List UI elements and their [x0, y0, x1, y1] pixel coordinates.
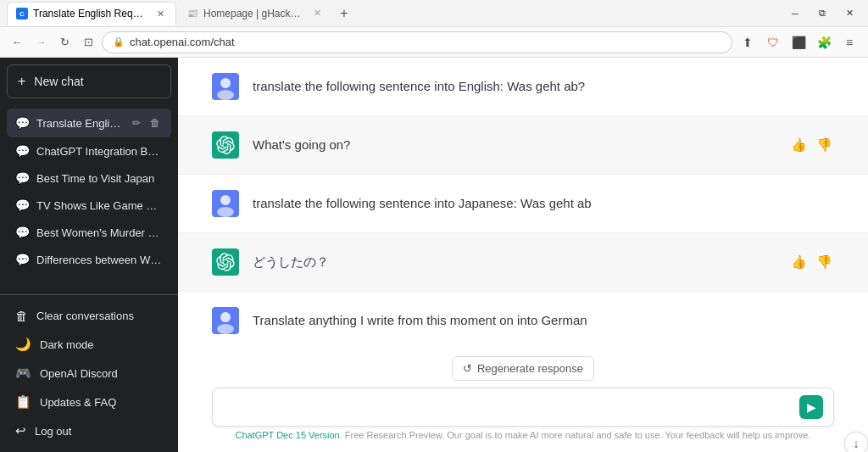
svg-point-6 [220, 195, 231, 205]
sidebar-conv-item[interactable]: 💬 ChatGPT Integration Benefits [7, 137, 171, 165]
new-chat-label: New chat [34, 75, 83, 88]
svg-point-3 [220, 78, 231, 88]
tab-bar: C Translate English Request ✕ 📰 Homepage… [7, 0, 780, 26]
send-button[interactable]: ▶ [799, 395, 823, 419]
thumbs-up-button[interactable]: 👍 [788, 252, 809, 272]
footer-text: ChatGPT Dec 15 Version. Free Research Pr… [212, 427, 834, 442]
tab-favicon-1: C [16, 8, 28, 20]
address-text: chat.openai.com/chat [130, 36, 235, 48]
sidebar: + New chat 💬 Translate English Reque ✏ 🗑… [0, 58, 178, 452]
sidebar-conv-item[interactable]: 💬 Best Women's Murder Club [7, 219, 171, 246]
sidebar-conv-item[interactable]: 💬 TV Shows Like Game Of Thron [7, 192, 171, 219]
message-row: Translate anything I write from this mom… [178, 292, 868, 349]
lock-icon: 🔒 [113, 36, 125, 47]
chat-bubble-icon: 💬 [15, 253, 30, 266]
chat-bubble-icon: 💬 [15, 198, 30, 212]
address-bar-row: ← → ↻ ⊡ 🔒 chat.openai.com/chat ⬆ 🛡 ⬛ 🧩 ≡ [0, 27, 868, 58]
message-row: translate the following sentence into En… [178, 58, 868, 116]
chat-bubble-icon: 💬 [15, 226, 30, 239]
sidebar-bottom-item-b3[interactable]: 🎮 OpenAI Discord [7, 359, 171, 388]
svg-point-4 [217, 90, 234, 100]
conv-item-text: Best Women's Murder Club [36, 226, 163, 239]
sidebar-conv-item[interactable]: 💬 Translate English Reque ✏ 🗑 [7, 109, 171, 137]
extensions-icon[interactable]: 🧩 [812, 31, 836, 54]
minimize-button[interactable]: ─ [783, 4, 807, 23]
sidebar-bottom-icon: 🌙 [15, 337, 31, 352]
new-chat-button[interactable]: + New chat [7, 64, 171, 98]
close-button[interactable]: ✕ [837, 4, 861, 23]
sidebar-top: + New chat [0, 58, 178, 105]
regenerate-label: Regenerate response [477, 362, 583, 375]
message-content: translate the following sentence into Ja… [253, 190, 834, 214]
conv-item-text: TV Shows Like Game Of Thron [36, 199, 163, 212]
reload-button[interactable]: ↻ [54, 32, 75, 53]
sidebar-bottom-item-b4[interactable]: 📋 Updates & FAQ [7, 388, 171, 416]
sidebar-bottom-item-b2[interactable]: 🌙 Dark mode [7, 330, 171, 359]
sidebar-bottom-item-b5[interactable]: ↩ Log out [7, 416, 171, 445]
address-input[interactable]: 🔒 chat.openai.com/chat [102, 31, 732, 53]
message-actions: 👍 👎 [788, 131, 834, 155]
thumbs-down-button[interactable]: 👎 [814, 252, 834, 272]
chat-input[interactable] [223, 399, 793, 415]
delete-conv-icon[interactable]: 🗑 [147, 115, 163, 131]
back-button[interactable]: ← [7, 32, 27, 53]
regenerate-button[interactable]: ↺ Regenerate response [452, 356, 594, 381]
gpt-avatar [212, 131, 239, 159]
message-row: translate the following sentence into Ja… [178, 175, 868, 233]
window-controls: ─ ⧉ ✕ [783, 4, 861, 23]
message-content: Translate anything I write from this mom… [253, 307, 834, 331]
message-row: どうしたの？ 👍 👎 [178, 233, 868, 292]
svg-text:C: C [19, 10, 25, 18]
regenerate-row: ↺ Regenerate response ↓ [212, 356, 834, 381]
conv-item-text: ChatGPT Integration Benefits [36, 145, 163, 158]
scroll-to-bottom-button[interactable]: ↓ [844, 432, 868, 452]
sidebar-bottom-icon: 🗑 [15, 309, 28, 323]
tab-translate-english[interactable]: C Translate English Request ✕ [7, 2, 176, 25]
regenerate-icon: ↺ [463, 362, 472, 375]
tab-ghacks[interactable]: 📰 Homepage | gHacks Technology News ✕ [178, 2, 332, 25]
menu-icon[interactable]: ≡ [837, 31, 861, 54]
maximize-button[interactable]: ⧉ [810, 4, 834, 23]
sidebar-bottom: 🗑 Clear conversations 🌙 Dark mode 🎮 Open… [0, 294, 178, 452]
svg-point-7 [217, 207, 234, 217]
chat-bubble-icon: 💬 [15, 144, 30, 158]
sidebar-conv-item[interactable]: 💬 Best Time to Visit Japan [7, 165, 171, 192]
sidebar-bottom-item-b1[interactable]: 🗑 Clear conversations [7, 302, 171, 330]
message-content: どうしたの？ [253, 248, 775, 272]
sidebar-bottom-label: Dark mode [40, 338, 94, 351]
forward-button[interactable]: → [31, 32, 51, 53]
edit-conv-icon[interactable]: ✏ [129, 115, 144, 131]
sidebar-conversations: 💬 Translate English Reque ✏ 🗑 💬 ChatGPT … [0, 105, 178, 294]
share-icon[interactable]: ⬆ [736, 31, 760, 54]
tab-2-label: Homepage | gHacks Technology News [203, 8, 305, 20]
chat-bottom: ↺ Regenerate response ↓ ▶ ChatGPT Dec 15… [178, 349, 868, 452]
sidebar-bottom-icon: ↩ [15, 423, 26, 438]
sidebar-toggle-icon[interactable]: ⬛ [787, 31, 810, 54]
chat-bubble-icon: 💬 [15, 171, 30, 185]
tab-favicon-2: 📰 [186, 8, 198, 20]
message-content: What's going on? [253, 131, 775, 155]
thumbs-down-button[interactable]: 👎 [814, 135, 834, 155]
chat-bubble-icon: 💬 [15, 116, 30, 130]
message-content: translate the following sentence into En… [253, 73, 834, 97]
new-tab-button[interactable]: + [334, 3, 354, 24]
sidebar-bottom-label: Clear conversations [36, 310, 134, 322]
chat-messages: translate the following sentence into En… [178, 58, 868, 349]
chatgpt-version-link[interactable]: ChatGPT Dec 15 Version [235, 430, 339, 440]
tab-1-close[interactable]: ✕ [153, 7, 167, 20]
conv-item-text: Best Time to Visit Japan [36, 172, 163, 185]
app-container: + New chat 💬 Translate English Reque ✏ 🗑… [0, 58, 868, 452]
sidebar-conv-item[interactable]: 💬 Differences between Windows [7, 246, 171, 273]
tab-2-close[interactable]: ✕ [310, 7, 324, 20]
conv-item-text: Differences between Windows [36, 254, 163, 266]
thumbs-up-button[interactable]: 👍 [788, 135, 809, 155]
sidebar-bottom-label: OpenAI Discord [40, 367, 118, 380]
main-content: translate the following sentence into En… [178, 58, 868, 452]
user-avatar [212, 190, 239, 217]
conv-item-text: Translate English Reque [36, 117, 122, 130]
user-avatar-img [212, 190, 239, 217]
footer-description: . Free Research Preview. Our goal is to … [340, 430, 811, 440]
brave-shield-icon[interactable]: 🛡 [761, 31, 785, 54]
user-avatar-img [212, 307, 239, 334]
bookmark-button[interactable]: ⊡ [78, 32, 98, 53]
